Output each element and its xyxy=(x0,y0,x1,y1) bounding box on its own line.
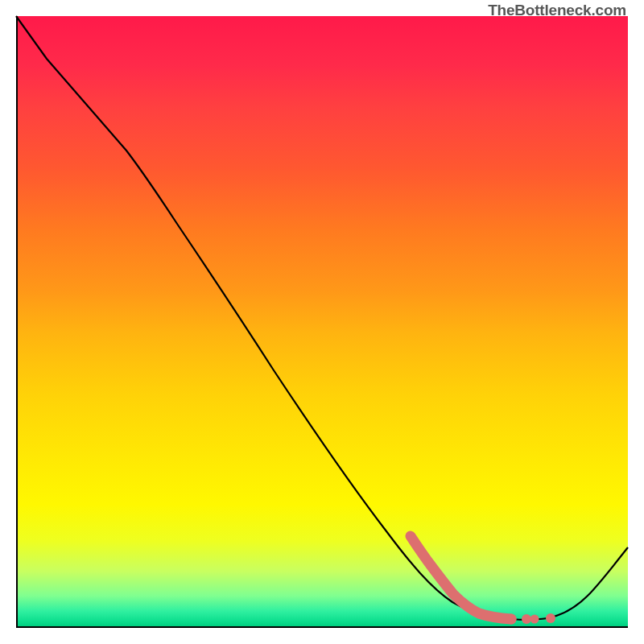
salmon-dot xyxy=(522,614,531,624)
watermark-text: TheBottleneck.com xyxy=(488,2,626,19)
salmon-dot xyxy=(530,615,539,624)
main-curve-line xyxy=(16,16,628,620)
salmon-dot xyxy=(506,614,517,625)
chart-svg xyxy=(16,16,628,628)
salmon-dot xyxy=(546,613,555,623)
salmon-valley-stroke xyxy=(411,536,511,619)
chart-container: TheBottleneck.com xyxy=(0,0,644,644)
